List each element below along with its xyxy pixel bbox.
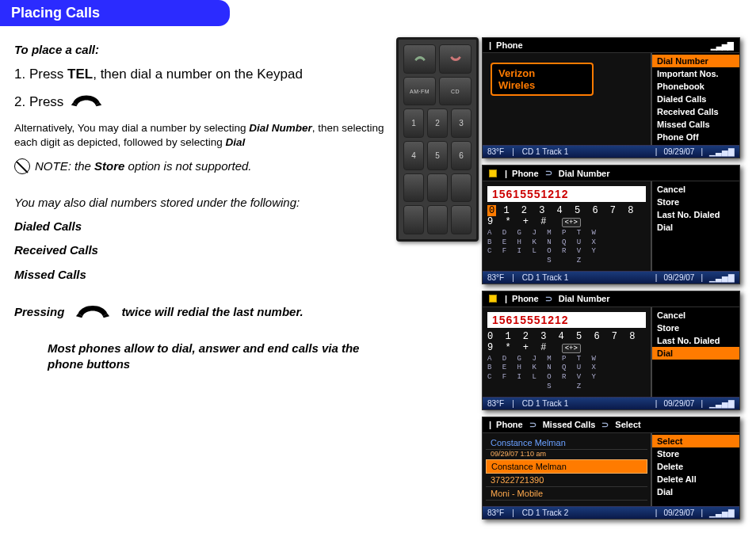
- phone-menu: Dial NumberImportant Nos.PhonebookDialed…: [651, 53, 739, 145]
- menu-item[interactable]: Store: [652, 447, 739, 460]
- alpha-row: A D G J M P T W: [487, 229, 646, 238]
- menu-item[interactable]: Dial Number: [652, 55, 739, 67]
- section-header: Placing Calls: [0, 0, 230, 26]
- menu-item[interactable]: Important Nos.: [652, 67, 739, 80]
- keypad-answer-button[interactable]: [403, 44, 436, 74]
- menu-item[interactable]: Dial: [652, 485, 739, 498]
- note-bold: Store: [94, 159, 124, 173]
- status-date: 09/29/07: [663, 399, 694, 408]
- keypad-btn[interactable]: [451, 205, 472, 234]
- enter-chip[interactable]: <+>: [562, 218, 581, 227]
- menu-item[interactable]: Dial: [652, 221, 739, 234]
- step1-bold: TEL: [67, 67, 93, 82]
- keypad-photo: AM·FM CD 123 456: [396, 37, 479, 242]
- menu-item[interactable]: Phone Off: [652, 131, 739, 143]
- note-text: NOTE: the Store option is not supported.: [35, 158, 252, 174]
- menu-item[interactable]: Delete All: [652, 473, 739, 485]
- keypad-btn[interactable]: [451, 173, 472, 203]
- menu-item[interactable]: Last No. Dialed: [652, 334, 739, 347]
- screen-titlebar: |Phone ▁▃▅▇: [483, 38, 739, 53]
- list-item[interactable]: Moni - Mobile: [486, 487, 647, 501]
- status-bar: 83°F| CD 1 Track 1 |09/29/07|▁▃▅▇: [483, 271, 739, 284]
- status-bar: 83°F| CD 1 Track 2 |09/29/07|▁▃▅▇: [483, 506, 739, 519]
- menu-item[interactable]: Select: [652, 435, 739, 447]
- status-date: 09/29/07: [663, 147, 694, 156]
- status-date: 09/29/07: [663, 273, 694, 282]
- keypad-3[interactable]: 3: [451, 109, 472, 138]
- alpha-row: S Z: [487, 257, 646, 266]
- keypad-btn[interactable]: [403, 205, 424, 234]
- keypad-btn[interactable]: [427, 205, 448, 234]
- list-item[interactable]: 37322721390: [486, 474, 647, 487]
- enter-chip[interactable]: <+>: [562, 344, 581, 353]
- keypad-hangup-button[interactable]: [439, 44, 472, 74]
- keypad-6[interactable]: 6: [451, 141, 472, 170]
- keypad-5[interactable]: 5: [427, 141, 448, 170]
- category-dialed: Dialed Calls: [14, 219, 396, 234]
- digit-row[interactable]: 0 1 2 3 4 5 6 7 8 9 * + # <+>: [487, 205, 646, 227]
- crumb-dial: Dial Number: [559, 169, 610, 178]
- menu-item[interactable]: Delete: [652, 460, 739, 473]
- alt-bold1: Dial Number: [249, 122, 312, 134]
- dial-panel: 15615551212 0 1 2 3 4 5 6 7 8 9 * + # <+…: [483, 181, 651, 271]
- menu-item[interactable]: Dial: [652, 347, 739, 360]
- category-received: Received Calls: [14, 242, 396, 258]
- keypad-2[interactable]: 2: [427, 109, 448, 138]
- alt-pre: Alternatively, You may dial a number by …: [14, 122, 249, 134]
- crumb-phone: Phone: [512, 169, 539, 178]
- crumb-phone: Phone: [496, 420, 523, 429]
- missed-calls-list: Constance Melman09/29/07 1:10 amConstanc…: [483, 433, 651, 506]
- crumb-phone: Phone: [512, 294, 539, 303]
- list-item[interactable]: Constance Melman: [486, 459, 647, 474]
- missed-menu: SelectStoreDeleteDelete AllDial: [651, 433, 739, 506]
- digit-row[interactable]: 0 1 2 3 4 5 6 7 8 9 * + # <+>: [487, 331, 646, 353]
- menu-item[interactable]: Last No. Dialed: [652, 208, 739, 221]
- screen-titlebar: |Phone ⊃ Missed Calls ⊃ Select: [483, 417, 739, 433]
- alpha-grid: A D G J M P T W B E H K N Q U X C F I L …: [487, 355, 646, 392]
- keypad-cd-button[interactable]: CD: [439, 77, 472, 106]
- crumb-dial: Dial Number: [559, 294, 610, 303]
- keypad-btn[interactable]: [427, 173, 448, 203]
- status-date: 09/29/07: [663, 508, 694, 517]
- status-temp: 83°F: [487, 273, 504, 282]
- menu-item[interactable]: Received Calls: [652, 105, 739, 118]
- dial-menu: CancelStoreLast No. DialedDial: [651, 307, 739, 397]
- phone-icon: [71, 92, 102, 113]
- keypad-btn[interactable]: [403, 173, 424, 203]
- alternative-instruction: Alternatively, You may dial a number by …: [14, 121, 387, 150]
- status-temp: 83°F: [487, 508, 504, 517]
- menu-item[interactable]: Phonebook: [652, 80, 739, 93]
- dial-menu: CancelStoreLast No. DialedDial: [651, 181, 739, 271]
- dialed-number-display: 15615551212: [487, 312, 646, 328]
- status-bar: 83°F| CD 1 Track 1 |09/29/07|▁▃▅▇: [483, 397, 739, 409]
- signal-icon: ▁▃▅▇: [709, 508, 735, 517]
- status-bar: 83°F | CD 1 Track 1 |09/29/07|▁▃▅▇: [483, 145, 739, 158]
- signal-icon: ▁▃▅▇: [709, 147, 735, 156]
- menu-item[interactable]: Dialed Calls: [652, 93, 739, 105]
- keypad-1[interactable]: 1: [403, 109, 424, 138]
- menu-item[interactable]: Store: [652, 322, 739, 334]
- chevron-right-icon: ⊃: [601, 420, 609, 430]
- keypad-amfm-button[interactable]: AM·FM: [403, 77, 436, 106]
- note: NOTE: the Store option is not supported.: [14, 158, 396, 174]
- content: To place a call: 1. Press TEL, then dial…: [0, 26, 756, 520]
- menu-item[interactable]: Missed Calls: [652, 118, 739, 131]
- chevron-right-icon: ⊃: [545, 294, 552, 304]
- dialed-number-display: 15615551212: [487, 186, 646, 202]
- carrier-box: Verizon Wireles: [491, 63, 594, 96]
- digit-highlighted[interactable]: 0: [487, 205, 496, 216]
- status-track: CD 1 Track 2: [522, 508, 568, 517]
- alpha-row: C F I L O R V Y: [487, 373, 646, 383]
- menu-item[interactable]: Store: [652, 196, 739, 208]
- may-also-text: You may also dial numbers stored under t…: [14, 195, 396, 211]
- category-missed: Missed Calls: [14, 267, 396, 283]
- subheading: To place a call:: [14, 42, 396, 58]
- menu-item[interactable]: Cancel: [652, 183, 739, 196]
- menu-item[interactable]: Cancel: [652, 309, 739, 322]
- keypad-4[interactable]: 4: [403, 141, 424, 170]
- list-item[interactable]: Constance Melman: [486, 436, 647, 450]
- status-temp: 83°F: [487, 399, 504, 408]
- status-track: CD 1 Track 1: [522, 273, 568, 282]
- screen-phone-menu: |Phone ▁▃▅▇ Verizon Wireles Dial NumberI…: [482, 37, 740, 158]
- carrier-line2: Wireles: [498, 79, 586, 91]
